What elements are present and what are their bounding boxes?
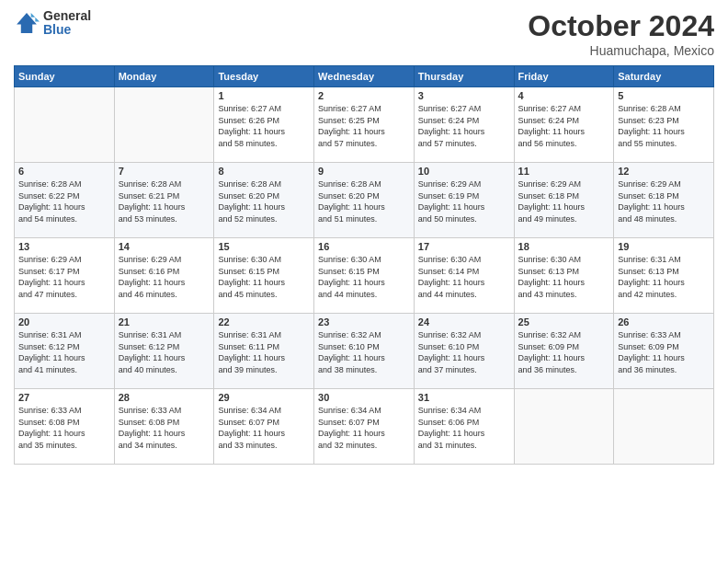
day-info: Sunrise: 6:31 AM Sunset: 6:12 PM Dayligh… <box>119 329 210 375</box>
calendar-cell: 30Sunrise: 6:34 AM Sunset: 6:07 PM Dayli… <box>314 389 415 465</box>
day-info: Sunrise: 6:31 AM Sunset: 6:11 PM Dayligh… <box>218 329 310 375</box>
day-info: Sunrise: 6:27 AM Sunset: 6:25 PM Dayligh… <box>318 103 410 149</box>
day-number: 18 <box>518 241 610 252</box>
day-info: Sunrise: 6:29 AM Sunset: 6:18 PM Dayligh… <box>618 178 710 224</box>
day-number: 12 <box>618 166 710 177</box>
logo-general-text: General <box>43 9 91 23</box>
day-info: Sunrise: 6:30 AM Sunset: 6:14 PM Dayligh… <box>418 254 510 300</box>
calendar-cell <box>514 389 614 465</box>
calendar-cell: 17Sunrise: 6:30 AM Sunset: 6:14 PM Dayli… <box>414 238 514 314</box>
day-info: Sunrise: 6:32 AM Sunset: 6:10 PM Dayligh… <box>418 329 510 375</box>
day-number: 5 <box>618 90 710 101</box>
calendar-cell: 24Sunrise: 6:32 AM Sunset: 6:10 PM Dayli… <box>414 314 514 389</box>
day-info: Sunrise: 6:33 AM Sunset: 6:09 PM Dayligh… <box>618 329 710 375</box>
calendar-table: SundayMondayTuesdayWednesdayThursdayFrid… <box>14 65 714 465</box>
logo-text: General Blue <box>43 9 91 38</box>
calendar-cell: 23Sunrise: 6:32 AM Sunset: 6:10 PM Dayli… <box>314 314 415 389</box>
day-number: 22 <box>218 316 310 327</box>
day-number: 16 <box>318 241 410 252</box>
day-number: 25 <box>518 316 610 327</box>
day-number: 28 <box>119 392 210 403</box>
calendar-week-row: 20Sunrise: 6:31 AM Sunset: 6:12 PM Dayli… <box>15 314 714 389</box>
calendar-week-row: 1Sunrise: 6:27 AM Sunset: 6:26 PM Daylig… <box>15 87 714 163</box>
calendar-cell: 3Sunrise: 6:27 AM Sunset: 6:24 PM Daylig… <box>414 87 514 163</box>
day-number: 13 <box>18 241 110 252</box>
day-number: 1 <box>218 90 310 101</box>
day-info: Sunrise: 6:27 AM Sunset: 6:26 PM Dayligh… <box>218 103 310 149</box>
calendar-cell: 22Sunrise: 6:31 AM Sunset: 6:11 PM Dayli… <box>214 314 314 389</box>
calendar-header-row: SundayMondayTuesdayWednesdayThursdayFrid… <box>15 66 714 87</box>
day-number: 24 <box>418 316 510 327</box>
day-info: Sunrise: 6:28 AM Sunset: 6:22 PM Dayligh… <box>18 178 110 224</box>
day-number: 15 <box>218 241 310 252</box>
day-number: 20 <box>18 316 110 327</box>
day-info: Sunrise: 6:29 AM Sunset: 6:17 PM Dayligh… <box>18 254 110 300</box>
col-header-tuesday: Tuesday <box>214 66 314 87</box>
col-header-monday: Monday <box>114 66 214 87</box>
col-header-friday: Friday <box>514 66 614 87</box>
calendar-cell: 27Sunrise: 6:33 AM Sunset: 6:08 PM Dayli… <box>15 389 115 465</box>
calendar-cell: 11Sunrise: 6:29 AM Sunset: 6:18 PM Dayli… <box>514 163 614 238</box>
day-number: 6 <box>18 166 110 177</box>
title-block: October 2024 Huamuchapa, Mexico <box>528 9 714 58</box>
day-number: 21 <box>119 316 210 327</box>
day-info: Sunrise: 6:28 AM Sunset: 6:20 PM Dayligh… <box>318 178 410 224</box>
calendar-cell: 28Sunrise: 6:33 AM Sunset: 6:08 PM Dayli… <box>114 389 214 465</box>
col-header-sunday: Sunday <box>15 66 115 87</box>
day-number: 9 <box>318 166 410 177</box>
calendar-cell: 21Sunrise: 6:31 AM Sunset: 6:12 PM Dayli… <box>114 314 214 389</box>
calendar-week-row: 27Sunrise: 6:33 AM Sunset: 6:08 PM Dayli… <box>15 389 714 465</box>
day-number: 17 <box>418 241 510 252</box>
day-info: Sunrise: 6:28 AM Sunset: 6:20 PM Dayligh… <box>218 178 310 224</box>
calendar-cell: 9Sunrise: 6:28 AM Sunset: 6:20 PM Daylig… <box>314 163 415 238</box>
day-number: 10 <box>418 166 510 177</box>
calendar-cell: 8Sunrise: 6:28 AM Sunset: 6:20 PM Daylig… <box>214 163 314 238</box>
calendar-cell <box>15 87 115 163</box>
calendar-cell: 29Sunrise: 6:34 AM Sunset: 6:07 PM Dayli… <box>214 389 314 465</box>
calendar-cell: 14Sunrise: 6:29 AM Sunset: 6:16 PM Dayli… <box>114 238 214 314</box>
calendar-week-row: 6Sunrise: 6:28 AM Sunset: 6:22 PM Daylig… <box>15 163 714 238</box>
calendar-cell: 16Sunrise: 6:30 AM Sunset: 6:15 PM Dayli… <box>314 238 415 314</box>
day-number: 26 <box>618 316 710 327</box>
logo: General Blue <box>14 9 91 38</box>
day-number: 23 <box>318 316 410 327</box>
day-number: 29 <box>218 392 310 403</box>
calendar-cell: 4Sunrise: 6:27 AM Sunset: 6:24 PM Daylig… <box>514 87 614 163</box>
day-info: Sunrise: 6:27 AM Sunset: 6:24 PM Dayligh… <box>418 103 510 149</box>
day-info: Sunrise: 6:30 AM Sunset: 6:15 PM Dayligh… <box>218 254 310 300</box>
calendar-cell: 13Sunrise: 6:29 AM Sunset: 6:17 PM Dayli… <box>15 238 115 314</box>
day-number: 3 <box>418 90 510 101</box>
day-number: 31 <box>418 392 510 403</box>
day-number: 30 <box>318 392 410 403</box>
day-number: 27 <box>18 392 110 403</box>
calendar-cell: 6Sunrise: 6:28 AM Sunset: 6:22 PM Daylig… <box>15 163 115 238</box>
calendar-cell <box>114 87 214 163</box>
day-info: Sunrise: 6:27 AM Sunset: 6:24 PM Dayligh… <box>518 103 610 149</box>
calendar-cell: 7Sunrise: 6:28 AM Sunset: 6:21 PM Daylig… <box>114 163 214 238</box>
day-info: Sunrise: 6:30 AM Sunset: 6:13 PM Dayligh… <box>518 254 610 300</box>
day-number: 7 <box>119 166 210 177</box>
day-info: Sunrise: 6:32 AM Sunset: 6:09 PM Dayligh… <box>518 329 610 375</box>
day-info: Sunrise: 6:33 AM Sunset: 6:08 PM Dayligh… <box>18 405 110 451</box>
calendar-cell: 15Sunrise: 6:30 AM Sunset: 6:15 PM Dayli… <box>214 238 314 314</box>
calendar-cell: 20Sunrise: 6:31 AM Sunset: 6:12 PM Dayli… <box>15 314 115 389</box>
calendar-cell: 1Sunrise: 6:27 AM Sunset: 6:26 PM Daylig… <box>214 87 314 163</box>
day-info: Sunrise: 6:33 AM Sunset: 6:08 PM Dayligh… <box>119 405 210 451</box>
month-title: October 2024 <box>528 9 714 43</box>
logo-icon <box>14 10 40 36</box>
day-number: 8 <box>218 166 310 177</box>
day-number: 11 <box>518 166 610 177</box>
day-info: Sunrise: 6:30 AM Sunset: 6:15 PM Dayligh… <box>318 254 410 300</box>
calendar-cell: 18Sunrise: 6:30 AM Sunset: 6:13 PM Dayli… <box>514 238 614 314</box>
calendar-cell <box>614 389 714 465</box>
logo-blue-text: Blue <box>43 23 91 37</box>
day-info: Sunrise: 6:32 AM Sunset: 6:10 PM Dayligh… <box>318 329 410 375</box>
day-info: Sunrise: 6:28 AM Sunset: 6:21 PM Dayligh… <box>119 178 210 224</box>
day-info: Sunrise: 6:31 AM Sunset: 6:12 PM Dayligh… <box>18 329 110 375</box>
calendar-cell: 19Sunrise: 6:31 AM Sunset: 6:13 PM Dayli… <box>614 238 714 314</box>
day-info: Sunrise: 6:29 AM Sunset: 6:18 PM Dayligh… <box>518 178 610 224</box>
calendar-week-row: 13Sunrise: 6:29 AM Sunset: 6:17 PM Dayli… <box>15 238 714 314</box>
day-info: Sunrise: 6:34 AM Sunset: 6:07 PM Dayligh… <box>218 405 310 451</box>
header: General Blue October 2024 Huamuchapa, Me… <box>14 9 714 58</box>
calendar-cell: 2Sunrise: 6:27 AM Sunset: 6:25 PM Daylig… <box>314 87 415 163</box>
